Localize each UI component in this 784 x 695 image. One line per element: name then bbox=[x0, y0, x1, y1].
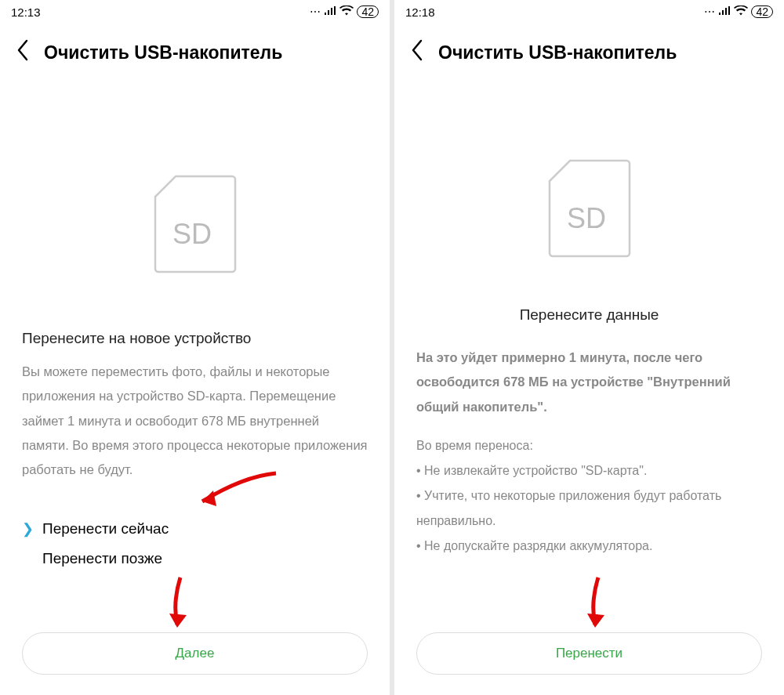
annotation-arrow-button bbox=[141, 571, 212, 642]
note-item: • Не допускайте разрядки аккумулятора. bbox=[416, 534, 762, 559]
status-bar: 12:18 ⋯ 42 bbox=[394, 0, 784, 24]
page-title: Очистить USB-накопитель bbox=[44, 42, 282, 63]
status-bar: 12:13 ⋯ 42 bbox=[0, 0, 390, 24]
wifi-icon bbox=[339, 5, 354, 18]
svg-marker-4 bbox=[587, 614, 604, 628]
app-header: Очистить USB-накопитель bbox=[394, 24, 784, 71]
sd-card-illustration: SD bbox=[0, 71, 390, 330]
back-icon[interactable] bbox=[16, 39, 30, 67]
chevron-right-icon: ❯ bbox=[22, 520, 34, 538]
transfer-button[interactable]: Перенести bbox=[416, 632, 762, 675]
section-heading: Перенесите на новое устройство bbox=[0, 330, 390, 360]
notes-block: Во время переноса: • Не извлекайте устро… bbox=[394, 419, 784, 559]
transfer-options: ❯ Перенести сейчас Перенести позже bbox=[0, 483, 390, 574]
wifi-icon bbox=[734, 5, 748, 18]
app-header: Очистить USB-накопитель bbox=[0, 24, 390, 71]
option-label: Перенести позже bbox=[42, 550, 162, 567]
section-heading: Перенесите данные bbox=[394, 306, 784, 346]
phone-screen-left: 12:13 ⋯ 42 Очистить USB-накопитель SD Пе… bbox=[0, 0, 390, 695]
svg-text:SD: SD bbox=[567, 202, 606, 234]
svg-marker-1 bbox=[202, 490, 216, 506]
svg-marker-2 bbox=[169, 614, 187, 628]
signal-icon bbox=[324, 5, 336, 18]
page-title: Очистить USB-накопитель bbox=[438, 42, 677, 63]
sd-card-illustration: SD bbox=[394, 71, 784, 306]
clock: 12:18 bbox=[405, 5, 435, 19]
battery-badge: 42 bbox=[357, 5, 379, 18]
body-summary: На это уйдет примерно 1 минута, после че… bbox=[394, 346, 784, 419]
more-icon: ⋯ bbox=[704, 5, 715, 18]
sd-card-icon: SD bbox=[152, 173, 238, 275]
annotation-arrow-button bbox=[559, 571, 630, 642]
signal-icon bbox=[718, 5, 731, 18]
more-icon: ⋯ bbox=[310, 5, 321, 18]
body-description: Вы можете переместить фото, файлы и неко… bbox=[0, 360, 390, 483]
notes-heading: Во время переноса: bbox=[416, 433, 762, 458]
battery-badge: 42 bbox=[751, 5, 773, 18]
back-icon[interactable] bbox=[410, 39, 424, 67]
status-icons: ⋯ 42 bbox=[704, 5, 773, 18]
next-button[interactable]: Далее bbox=[22, 632, 368, 675]
status-icons: ⋯ 42 bbox=[310, 5, 379, 18]
option-label: Перенести сейчас bbox=[42, 520, 169, 538]
sd-card-icon: SD bbox=[546, 157, 633, 259]
note-item: • Учтите, что некоторые приложения будут… bbox=[416, 483, 762, 534]
phone-screen-right: 12:18 ⋯ 42 Очистить USB-накопитель SD Пе… bbox=[394, 0, 784, 695]
note-item: • Не извлекайте устройство "SD-карта". bbox=[416, 458, 762, 483]
svg-text:SD: SD bbox=[172, 218, 212, 250]
clock: 12:13 bbox=[11, 5, 41, 19]
option-transfer-later[interactable]: Перенести позже bbox=[22, 544, 368, 574]
option-transfer-now[interactable]: ❯ Перенести сейчас bbox=[22, 514, 368, 544]
